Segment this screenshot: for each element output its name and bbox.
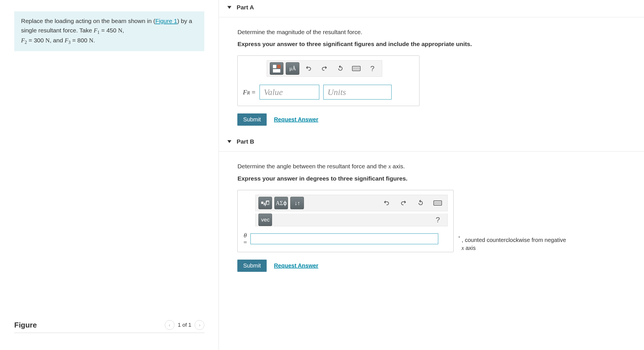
undo-icon (383, 199, 390, 207)
part-a-title: Part A (236, 4, 254, 11)
sym-F3-sub: 3 (68, 40, 71, 45)
collapse-icon[interactable] (227, 140, 231, 143)
help-button[interactable]: ? (431, 214, 445, 226)
value-input[interactable]: Value (260, 85, 319, 100)
part-a-header[interactable]: Part A (219, 0, 644, 17)
keyboard-button[interactable] (349, 62, 363, 75)
figure-prev-button[interactable]: ‹ (165, 320, 174, 330)
part-b-format: Express your answer in degrees to three … (237, 175, 635, 182)
vec-button[interactable]: vec (258, 214, 272, 226)
templates-button[interactable] (270, 62, 283, 75)
figure-title: Figure (14, 321, 37, 330)
part-a-request-answer-link[interactable]: Request Answer (274, 116, 318, 123)
part-b-request-answer-link[interactable]: Request Answer (274, 262, 318, 269)
redo-button[interactable] (397, 197, 410, 209)
sym-F2-sub: 2 (25, 40, 27, 45)
unit-n: N (89, 37, 93, 44)
redo-button[interactable] (318, 62, 331, 75)
updown-button[interactable]: ↓↑ (290, 197, 304, 209)
undo-button[interactable] (380, 197, 393, 209)
f2-val: = 300 (27, 37, 46, 44)
part-a-format: Express your answer to three significant… (237, 41, 635, 47)
sym-F3: F (65, 37, 68, 44)
figure-counter: 1 of 1 (178, 322, 192, 328)
units-input[interactable]: Units (323, 85, 392, 100)
templates-icon (272, 64, 282, 74)
problem-text: Replace the loading acting on the beam s… (21, 18, 155, 24)
part-a-instr: Determine the magnitude of the resultant… (237, 29, 635, 36)
svg-rect-0 (261, 202, 264, 204)
figure-link[interactable]: Figure 1 (155, 18, 177, 24)
undo-button[interactable] (302, 62, 315, 75)
part-b-header[interactable]: Part B (219, 134, 644, 152)
part-b-title: Part B (236, 138, 254, 145)
keyboard-icon (352, 66, 361, 71)
part-b-toolbar: ΑΣϕ ↓↑ (255, 195, 448, 211)
part-a-submit-button[interactable]: Submit (237, 113, 266, 126)
sym-F2: F (21, 37, 25, 44)
part-b-suffix: ° , counted counterclockwise from negati… (458, 235, 566, 252)
templates-button[interactable] (258, 197, 272, 209)
greek-button[interactable]: ΑΣϕ (274, 197, 288, 209)
figure-section: Figure ‹ 1 of 1 › (14, 320, 204, 341)
sym-F1-sub: 1 (97, 30, 100, 35)
part-a-body: Determine the magnitude of the resultant… (219, 17, 644, 134)
angle-input[interactable] (250, 233, 438, 244)
help-button[interactable]: ? (365, 62, 379, 75)
part-b-body: Determine the angle between the resultan… (219, 152, 644, 280)
problem-statement: Replace the loading acting on the beam s… (14, 11, 204, 51)
part-b-lhs: θ = (243, 232, 247, 246)
keyboard-icon (433, 200, 442, 206)
undo-icon (305, 65, 312, 72)
figure-next-button[interactable]: › (195, 320, 204, 330)
part-b-answer-panel: ΑΣϕ ↓↑ vec ? (237, 190, 454, 252)
svg-rect-1 (267, 201, 269, 204)
sym-F1: F (94, 27, 97, 34)
redo-icon (321, 65, 328, 72)
redo-icon (400, 199, 407, 207)
reset-icon (417, 199, 424, 207)
units-button[interactable]: μÅ (286, 62, 299, 75)
part-a-toolbar: μÅ ? (267, 60, 382, 77)
unit-n: N (46, 37, 50, 44)
reset-button[interactable] (414, 197, 427, 209)
part-a-lhs: FR = (243, 88, 255, 96)
f1-val: = 450 (100, 27, 118, 34)
part-a-answer-panel: μÅ ? FR = Value Units (237, 55, 419, 106)
keyboard-button[interactable] (431, 197, 445, 209)
part-b-instr: Determine the angle between the resultan… (237, 163, 635, 170)
f3-val: = 800 (71, 37, 89, 44)
reset-icon (337, 65, 344, 72)
unit-n: N (118, 27, 122, 34)
collapse-icon[interactable] (227, 6, 231, 9)
reset-button[interactable] (334, 62, 347, 75)
sqrt-icon (261, 200, 269, 206)
part-b-submit-button[interactable]: Submit (237, 260, 266, 272)
